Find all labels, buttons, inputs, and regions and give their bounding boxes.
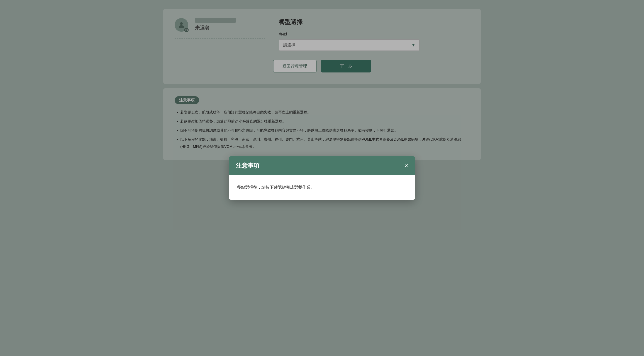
modal-overlay: 注意事項 × 餐點選擇後，請按下確認鍵完成選餐作業。 <box>0 0 644 356</box>
modal-body-text: 餐點選擇後，請按下確認鍵完成選餐作業。 <box>237 184 407 191</box>
modal: 注意事項 × 餐點選擇後，請按下確認鍵完成選餐作業。 <box>229 156 415 200</box>
modal-body: 餐點選擇後，請按下確認鍵完成選餐作業。 <box>229 175 415 200</box>
modal-close-button[interactable]: × <box>404 163 408 169</box>
modal-title: 注意事項 <box>236 162 260 170</box>
modal-header: 注意事項 × <box>229 156 415 175</box>
